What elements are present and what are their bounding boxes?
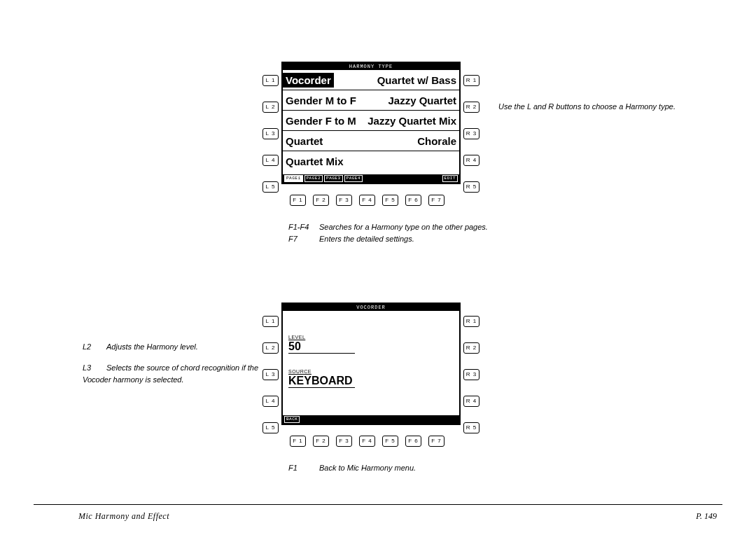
screen-title: VOCORDER	[283, 304, 459, 311]
btn-l1[interactable]: L 1	[262, 316, 279, 327]
source-value: KEYBOARD	[288, 375, 355, 388]
screen-tab-bar: PAGE1 PAGE2 PAGE3 PAGE4 EDIT	[283, 174, 459, 183]
list-cell-left: Vocorder	[283, 73, 334, 88]
tab-edit[interactable]: EDIT	[442, 175, 458, 182]
btn-f5[interactable]: F 5	[382, 195, 398, 206]
list-row[interactable]: Quartet Chorale	[283, 131, 459, 151]
btn-l3[interactable]: L 3	[262, 128, 279, 139]
footer-rule	[34, 504, 722, 505]
btn-l4[interactable]: L 4	[262, 396, 279, 407]
footer-section-title: Mic Harmony and Effect	[78, 511, 169, 522]
btn-r2[interactable]: R 2	[463, 102, 479, 113]
btn-f4[interactable]: F 4	[359, 436, 375, 447]
list-cell-right: Jazzy Quartet	[388, 95, 456, 106]
screen-tab-bar: BACK	[283, 415, 459, 424]
list-cell-right: Jazzy Quartet Mix	[368, 115, 456, 127]
btn-r5[interactable]: R 5	[463, 422, 479, 433]
tab-page1[interactable]: PAGE1	[284, 175, 303, 182]
btn-f2[interactable]: F 2	[313, 195, 329, 206]
btn-f7[interactable]: F 7	[428, 436, 444, 447]
btn-f6[interactable]: F 6	[405, 195, 421, 206]
tab-page4[interactable]: PAGE4	[344, 175, 363, 182]
lcd-screen-harmony-type: HARMONY TYPE Vocorder Quartet w/ Bass Ge…	[281, 62, 461, 184]
btn-f1[interactable]: F 1	[290, 195, 306, 206]
btn-f3[interactable]: F 3	[336, 195, 352, 206]
source-field[interactable]: SOURCE KEYBOARD	[288, 369, 454, 388]
list-row[interactable]: Gender M to F Jazzy Quartet	[283, 90, 459, 111]
screen-title: HARMONY TYPE	[283, 63, 459, 70]
btn-f3[interactable]: F 3	[336, 436, 352, 447]
list-cell-left: Quartet Mix	[286, 155, 344, 167]
btn-r4[interactable]: R 4	[463, 155, 479, 166]
left-button-column: L 1 L 2 L 3 L 4 L 5	[262, 70, 279, 197]
right-button-column: R 1 R 2 R 3 R 4 R 5	[463, 311, 479, 438]
level-value: 50	[288, 340, 355, 354]
btn-l2[interactable]: L 2	[262, 102, 279, 113]
caption-l2: L2Adjusts the Harmony level.	[83, 341, 272, 353]
caption-l3: L3Selects the source of chord recognitio…	[83, 362, 279, 385]
harmony-type-panel: L 1 L 2 L 3 L 4 L 5 R 1 R 2 R 3 R 4 R 5 …	[281, 62, 461, 184]
lcd-screen-vocorder: VOCORDER LEVEL 50 SOURCE KEYBOARD BACK	[281, 303, 461, 425]
btn-f2[interactable]: F 2	[313, 436, 329, 447]
btn-r2[interactable]: R 2	[463, 342, 479, 354]
level-field[interactable]: LEVEL 50	[288, 335, 454, 354]
list-cell-left: Quartet	[286, 135, 323, 147]
btn-f5[interactable]: F 5	[382, 436, 398, 447]
level-label: LEVEL	[288, 335, 454, 340]
f-button-row: F 1 F 2 F 3 F 4 F 5 F 6 F 7	[290, 195, 444, 206]
btn-r1[interactable]: R 1	[463, 75, 479, 86]
list-cell-left: Gender M to F	[286, 95, 356, 106]
tab-back[interactable]: BACK	[284, 416, 300, 423]
btn-f4[interactable]: F 4	[359, 195, 375, 206]
btn-l5[interactable]: L 5	[262, 181, 279, 193]
btn-f1[interactable]: F 1	[290, 436, 306, 447]
btn-r3[interactable]: R 3	[463, 128, 479, 139]
btn-r3[interactable]: R 3	[463, 369, 479, 380]
source-label: SOURCE	[288, 369, 454, 374]
list-row[interactable]: Vocorder Quartet w/ Bass	[283, 70, 459, 90]
caption-lr: Use the L and R buttons to choose a Harm…	[498, 101, 729, 113]
btn-r1[interactable]: R 1	[463, 316, 479, 327]
list-row[interactable]: Gender F to M Jazzy Quartet Mix	[283, 111, 459, 131]
btn-r4[interactable]: R 4	[463, 396, 479, 407]
tab-page2[interactable]: PAGE2	[304, 175, 323, 182]
btn-l4[interactable]: L 4	[262, 155, 279, 166]
list-cell-left: Gender F to M	[286, 115, 356, 127]
footer-page-number: P. 149	[696, 511, 717, 522]
right-button-column: R 1 R 2 R 3 R 4 R 5	[463, 70, 479, 197]
btn-f6[interactable]: F 6	[405, 436, 421, 447]
btn-r5[interactable]: R 5	[463, 181, 479, 193]
caption-f-keys: F1-F4Searches for a Harmony type on the …	[288, 221, 519, 244]
list-row[interactable]: Quartet Mix	[283, 151, 459, 172]
btn-f7[interactable]: F 7	[428, 195, 444, 206]
btn-l1[interactable]: L 1	[262, 75, 279, 86]
list-cell-right: Quartet w/ Bass	[377, 74, 456, 86]
f-button-row: F 1 F 2 F 3 F 4 F 5 F 6 F 7	[290, 436, 444, 447]
btn-l5[interactable]: L 5	[262, 422, 279, 433]
tab-page3[interactable]: PAGE3	[324, 175, 343, 182]
caption-f1: F1Back to Mic Harmony menu.	[288, 462, 498, 474]
list-cell-right: Chorale	[417, 135, 456, 147]
vocorder-panel: L 1 L 2 L 3 L 4 L 5 R 1 R 2 R 3 R 4 R 5 …	[281, 303, 461, 425]
